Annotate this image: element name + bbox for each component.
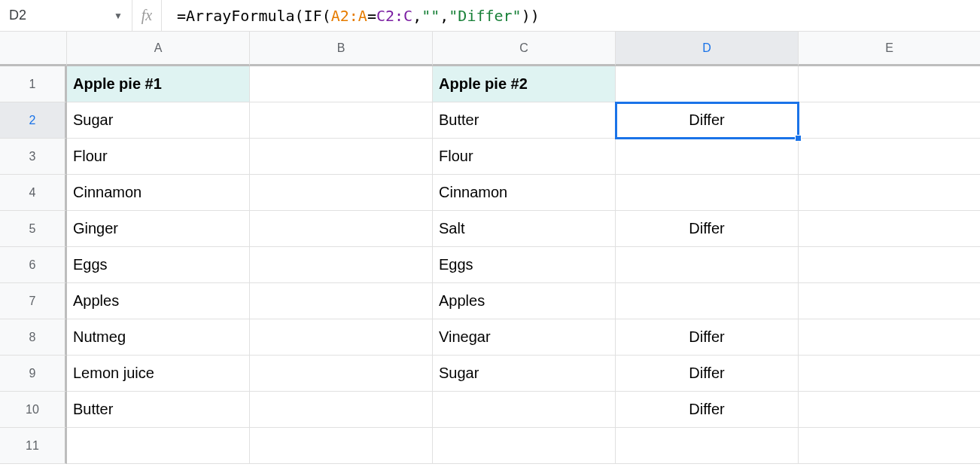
cell-E5[interactable] xyxy=(799,211,980,247)
cell-D11[interactable] xyxy=(616,428,799,464)
row-header-11[interactable]: 11 xyxy=(0,428,67,464)
cell-A11[interactable] xyxy=(67,428,250,464)
cell-A2[interactable]: Sugar xyxy=(67,102,250,139)
cell-A1[interactable]: Apple pie #1 xyxy=(67,66,250,102)
table-row: EggsEggs xyxy=(67,247,980,283)
col-header-c[interactable]: C xyxy=(433,32,616,66)
table-row: ApplesApples xyxy=(67,283,980,319)
cell-D6[interactable] xyxy=(616,247,799,283)
row-header-9[interactable]: 9 xyxy=(0,356,67,392)
table-row: FlourFlour xyxy=(67,139,980,175)
table-row: CinnamonCinnamon xyxy=(67,175,980,211)
cell-B11[interactable] xyxy=(250,428,433,464)
fx-icon: fx xyxy=(132,0,162,31)
table-row: NutmegVinegarDiffer xyxy=(67,319,980,356)
cell-B4[interactable] xyxy=(250,175,433,211)
table-row: SugarButterDiffer xyxy=(67,102,980,139)
cell-E11[interactable] xyxy=(799,428,980,464)
cell-D10[interactable]: Differ xyxy=(616,392,799,428)
row-header-5[interactable]: 5 xyxy=(0,211,67,247)
table-row: GingerSaltDiffer xyxy=(67,211,980,247)
table-row: Lemon juiceSugarDiffer xyxy=(67,356,980,392)
select-all-corner[interactable] xyxy=(0,32,67,66)
row-header-2[interactable]: 2 xyxy=(0,102,67,139)
col-header-d[interactable]: D xyxy=(616,32,799,66)
cell-C7[interactable]: Apples xyxy=(433,283,616,319)
selection-fill-handle[interactable] xyxy=(795,135,802,142)
cell-C1[interactable]: Apple pie #2 xyxy=(433,66,616,102)
formula-bar: D2 ▼ fx =ArrayFormula(IF(A2:A=C2:C,"","D… xyxy=(0,0,980,32)
cell-E2[interactable] xyxy=(799,102,980,139)
table-row: Apple pie #1Apple pie #2 xyxy=(67,66,980,102)
cell-C6[interactable]: Eggs xyxy=(433,247,616,283)
cell-C10[interactable] xyxy=(433,392,616,428)
cell-A4[interactable]: Cinnamon xyxy=(67,175,250,211)
cell-E8[interactable] xyxy=(799,319,980,356)
row-header-4[interactable]: 4 xyxy=(0,175,67,211)
cell-D4[interactable] xyxy=(616,175,799,211)
cell-B3[interactable] xyxy=(250,139,433,175)
spreadsheet-grid: ABCDE 1234567891011 Apple pie #1Apple pi… xyxy=(0,32,980,467)
row-header-3[interactable]: 3 xyxy=(0,139,67,175)
name-box[interactable]: D2 ▼ xyxy=(0,0,132,31)
table-row: ButterDiffer xyxy=(67,392,980,428)
cell-C3[interactable]: Flour xyxy=(433,139,616,175)
cell-B7[interactable] xyxy=(250,283,433,319)
cell-D1[interactable] xyxy=(616,66,799,102)
cell-C9[interactable]: Sugar xyxy=(433,356,616,392)
cell-D2[interactable]: Differ xyxy=(616,102,799,139)
cell-D8[interactable]: Differ xyxy=(616,319,799,356)
cell-A5[interactable]: Ginger xyxy=(67,211,250,247)
cell-E1[interactable] xyxy=(799,66,980,102)
row-header-6[interactable]: 6 xyxy=(0,247,67,283)
cell-B10[interactable] xyxy=(250,392,433,428)
row-header-7[interactable]: 7 xyxy=(0,283,67,319)
name-box-value: D2 xyxy=(9,8,26,23)
row-header-10[interactable]: 10 xyxy=(0,392,67,428)
cell-C4[interactable]: Cinnamon xyxy=(433,175,616,211)
cell-A7[interactable]: Apples xyxy=(67,283,250,319)
col-header-a[interactable]: A xyxy=(67,32,250,66)
cell-B8[interactable] xyxy=(250,319,433,356)
cell-B2[interactable] xyxy=(250,102,433,139)
cell-C5[interactable]: Salt xyxy=(433,211,616,247)
cell-E3[interactable] xyxy=(799,139,980,175)
cell-B6[interactable] xyxy=(250,247,433,283)
cell-A10[interactable]: Butter xyxy=(67,392,250,428)
cell-B5[interactable] xyxy=(250,211,433,247)
cell-C8[interactable]: Vinegar xyxy=(433,319,616,356)
chevron-down-icon[interactable]: ▼ xyxy=(114,11,123,21)
cell-D9[interactable]: Differ xyxy=(616,356,799,392)
formula-input[interactable]: =ArrayFormula(IF(A2:A=C2:C,"","Differ")) xyxy=(162,0,980,31)
cell-A8[interactable]: Nutmeg xyxy=(67,319,250,356)
row-header-1[interactable]: 1 xyxy=(0,66,67,102)
cell-E9[interactable] xyxy=(799,356,980,392)
cell-C11[interactable] xyxy=(433,428,616,464)
row-header-8[interactable]: 8 xyxy=(0,319,67,356)
cell-E10[interactable] xyxy=(799,392,980,428)
col-header-e[interactable]: E xyxy=(799,32,980,66)
cell-A3[interactable]: Flour xyxy=(67,139,250,175)
cell-E6[interactable] xyxy=(799,247,980,283)
col-header-b[interactable]: B xyxy=(250,32,433,66)
cell-A9[interactable]: Lemon juice xyxy=(67,356,250,392)
cell-D7[interactable] xyxy=(616,283,799,319)
table-row xyxy=(67,428,980,464)
cell-D5[interactable]: Differ xyxy=(616,211,799,247)
cell-D3[interactable] xyxy=(616,139,799,175)
cell-B9[interactable] xyxy=(250,356,433,392)
cell-B1[interactable] xyxy=(250,66,433,102)
cell-C2[interactable]: Butter xyxy=(433,102,616,139)
cell-E4[interactable] xyxy=(799,175,980,211)
cell-E7[interactable] xyxy=(799,283,980,319)
cell-A6[interactable]: Eggs xyxy=(67,247,250,283)
